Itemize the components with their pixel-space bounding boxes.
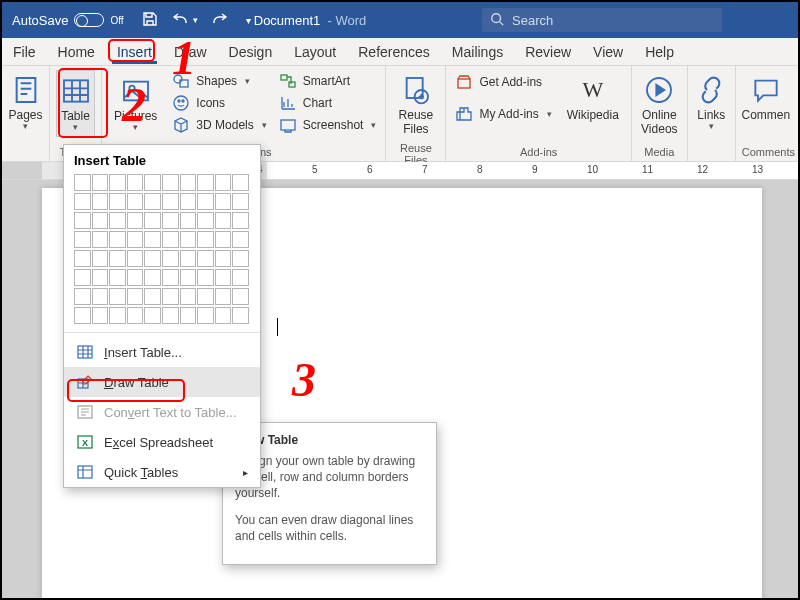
grid-cell[interactable] [232,269,249,286]
tab-references[interactable]: References [347,40,441,65]
grid-cell[interactable] [127,250,144,267]
grid-cell[interactable] [127,212,144,229]
grid-cell[interactable] [109,250,126,267]
grid-cell[interactable] [92,231,109,248]
tab-file[interactable]: File [2,40,47,65]
grid-cell[interactable] [127,288,144,305]
grid-cell[interactable] [144,250,161,267]
grid-cell[interactable] [74,288,91,305]
grid-cell[interactable] [197,212,214,229]
grid-cell[interactable] [232,193,249,210]
grid-cell[interactable] [74,269,91,286]
grid-cell[interactable] [127,174,144,191]
grid-cell[interactable] [215,269,232,286]
grid-cell[interactable] [92,193,109,210]
grid-cell[interactable] [162,212,179,229]
grid-cell[interactable] [109,288,126,305]
pages-button[interactable]: Pages ▾ [8,70,43,135]
grid-cell[interactable] [180,269,197,286]
grid-cell[interactable] [127,307,144,324]
grid-cell[interactable] [144,174,161,191]
tab-view[interactable]: View [582,40,634,65]
grid-cell[interactable] [232,174,249,191]
grid-cell[interactable] [232,307,249,324]
chevron-down-icon[interactable]: ▾ [246,15,251,26]
grid-cell[interactable] [215,174,232,191]
grid-cell[interactable] [232,212,249,229]
grid-cell[interactable] [180,174,197,191]
grid-cell[interactable] [74,193,91,210]
grid-cell[interactable] [162,288,179,305]
grid-cell[interactable] [144,269,161,286]
redo-icon[interactable] [212,11,228,30]
chart-button[interactable]: Chart [276,92,380,114]
grid-cell[interactable] [109,269,126,286]
grid-cell[interactable] [144,212,161,229]
grid-cell[interactable] [162,174,179,191]
grid-cell[interactable] [197,269,214,286]
grid-cell[interactable] [92,269,109,286]
grid-cell[interactable] [162,193,179,210]
tab-layout[interactable]: Layout [283,40,347,65]
autosave-toggle[interactable]: AutoSave Off [2,13,134,28]
grid-cell[interactable] [215,212,232,229]
search-input[interactable]: Search [482,8,722,32]
grid-cell[interactable] [74,307,91,324]
screenshot-button[interactable]: Screenshot▾ [276,114,380,136]
grid-cell[interactable] [197,288,214,305]
grid-cell[interactable] [127,193,144,210]
tab-mailings[interactable]: Mailings [441,40,514,65]
tab-home[interactable]: Home [47,40,106,65]
grid-cell[interactable] [74,231,91,248]
grid-cell[interactable] [197,250,214,267]
menuitem-table[interactable]: Insert Table... [64,337,260,367]
grid-cell[interactable] [127,269,144,286]
grid-cell[interactable] [162,269,179,286]
tab-draw[interactable]: Draw [163,40,218,65]
grid-cell[interactable] [197,231,214,248]
comment-button[interactable]: Commen [742,70,790,126]
online-videos-button[interactable]: Online Videos [638,70,681,140]
grid-cell[interactable] [232,250,249,267]
shapes-button[interactable]: Shapes▾ [169,70,269,92]
tab-insert[interactable]: Insert [106,40,163,65]
grid-cell[interactable] [162,307,179,324]
grid-cell[interactable] [144,231,161,248]
menuitem-pencil-table[interactable]: Draw Table [64,367,260,397]
grid-cell[interactable] [215,288,232,305]
menuitem-quick-tables[interactable]: Quick Tables▸ [64,457,260,487]
grid-cell[interactable] [109,231,126,248]
pictures-button[interactable]: Pictures ▾ [108,70,163,136]
grid-cell[interactable] [109,174,126,191]
table-button[interactable]: Table ▾ [56,70,95,137]
menuitem-excel[interactable]: XExcel Spreadsheet [64,427,260,457]
grid-cell[interactable] [109,212,126,229]
grid-cell[interactable] [144,193,161,210]
grid-cell[interactable] [92,250,109,267]
save-icon[interactable] [142,11,158,30]
grid-cell[interactable] [144,307,161,324]
grid-cell[interactable] [180,212,197,229]
chevron-down-icon[interactable]: ▾ [193,15,198,25]
tab-design[interactable]: Design [218,40,284,65]
grid-cell[interactable] [74,250,91,267]
wikipedia-button[interactable]: W Wikipedia [561,70,625,126]
grid-cell[interactable] [197,174,214,191]
grid-cell[interactable] [197,193,214,210]
grid-cell[interactable] [215,231,232,248]
my-addins-button[interactable]: My Add-ins▾ [452,103,554,125]
insert-table-grid[interactable] [74,174,250,326]
tab-review[interactable]: Review [514,40,582,65]
grid-cell[interactable] [215,250,232,267]
grid-cell[interactable] [215,307,232,324]
grid-cell[interactable] [197,307,214,324]
grid-cell[interactable] [92,307,109,324]
grid-cell[interactable] [232,231,249,248]
links-button[interactable]: Links ▾ [694,70,729,135]
grid-cell[interactable] [215,193,232,210]
grid-cell[interactable] [180,307,197,324]
3d-models-button[interactable]: 3D Models▾ [169,114,269,136]
grid-cell[interactable] [180,231,197,248]
grid-cell[interactable] [92,212,109,229]
smartart-button[interactable]: SmartArt [276,70,380,92]
